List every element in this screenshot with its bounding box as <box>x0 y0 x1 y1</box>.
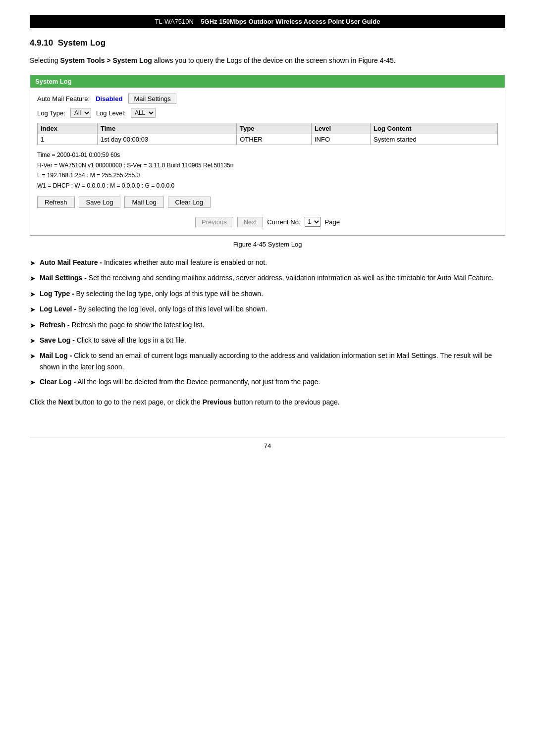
col-index: Index <box>38 123 98 134</box>
save-log-button[interactable]: Save Log <box>79 197 121 208</box>
term-mail-log: Mail Log - <box>40 352 72 359</box>
list-item-log-type: ➤ Log Type - By selecting the log type, … <box>30 288 505 300</box>
current-no-label: Current No. <box>267 218 300 226</box>
log-type-level-row: Log Type: All Log Level: ALL <box>37 108 498 118</box>
list-item-text: Log Type - By selecting the log type, on… <box>40 288 263 299</box>
page-number: 74 <box>264 442 271 450</box>
list-item-auto-mail: ➤ Auto Mail Feature - Indicates whether … <box>30 257 505 268</box>
cell-index: 1 <box>38 134 98 145</box>
term-save-log: Save Log - <box>40 336 75 344</box>
term-mail-settings: Mail Settings - <box>40 274 87 282</box>
bullet-arrow-icon: ➤ <box>30 335 36 346</box>
log-action-buttons: Refresh Save Log Mail Log Clear Log <box>37 197 498 208</box>
log-type-select[interactable]: All <box>70 108 91 118</box>
list-item-save-log: ➤ Save Log - Click to save all the logs … <box>30 335 505 346</box>
model-name: TL-WA7510N <box>155 18 194 25</box>
col-level: Level <box>311 123 370 134</box>
list-item-text: Log Level - By selecting the log level, … <box>40 303 268 314</box>
page-footer: 74 <box>30 438 505 450</box>
mail-log-button[interactable]: Mail Log <box>124 197 163 208</box>
log-info-line-4: W1 = DHCP : W = 0.0.0.0 : M = 0.0.0.0 : … <box>37 181 498 191</box>
cell-time: 1st day 00:00:03 <box>98 134 237 145</box>
log-type-label: Log Type: <box>37 109 65 117</box>
clear-log-button[interactable]: Clear Log <box>168 197 211 208</box>
bullet-arrow-icon: ➤ <box>30 273 36 284</box>
term-refresh: Refresh - <box>40 321 70 329</box>
auto-mail-value: Disabled <box>96 95 122 102</box>
log-info-line-3: L = 192.168.1.254 : M = 255.255.255.0 <box>37 170 498 180</box>
cell-type: OTHER <box>237 134 312 145</box>
system-log-panel: System Log Auto Mail Feature: Disabled M… <box>30 75 505 236</box>
bullet-arrow-icon: ➤ <box>30 304 36 315</box>
system-log-panel-title: System Log <box>30 75 505 88</box>
list-item-text: Save Log - Click to save all the logs in… <box>40 335 186 346</box>
list-item-refresh: ➤ Refresh - Refresh the page to show the… <box>30 319 505 331</box>
list-item-text: Mail Log - Click to send an email of cur… <box>40 350 505 372</box>
page-label: Page <box>325 218 340 226</box>
cell-level: INFO <box>311 134 370 145</box>
col-type: Type <box>237 123 312 134</box>
pagination-row: Previous Next Current No. 1 Page <box>37 214 498 229</box>
bullet-arrow-icon: ➤ <box>30 377 36 388</box>
previous-button[interactable]: Previous <box>195 217 233 227</box>
col-time: Time <box>98 123 237 134</box>
header-bar: TL-WA7510N 5GHz 150Mbps Outdoor Wireless… <box>30 15 505 28</box>
cell-content: System started <box>371 134 498 145</box>
bullet-arrow-icon: ➤ <box>30 289 36 300</box>
list-item-text: Refresh - Refresh the page to show the l… <box>40 319 204 330</box>
log-level-label: Log Level: <box>96 109 126 117</box>
current-no-select[interactable]: 1 <box>305 217 321 227</box>
list-item-log-level: ➤ Log Level - By selecting the log level… <box>30 303 505 315</box>
footer-paragraph: Click the Next button to go to the next … <box>30 397 505 407</box>
doc-title: 5GHz 150Mbps Outdoor Wireless Access Poi… <box>201 18 380 25</box>
auto-mail-label: Auto Mail Feature: <box>37 95 90 102</box>
bullet-arrow-icon: ➤ <box>30 257 36 268</box>
table-row: 1 1st day 00:00:03 OTHER INFO System sta… <box>38 134 498 145</box>
feature-list: ➤ Auto Mail Feature - Indicates whether … <box>30 257 505 388</box>
term-clear-log: Clear Log - <box>40 378 76 386</box>
next-button[interactable]: Next <box>237 217 264 227</box>
auto-mail-row: Auto Mail Feature: Disabled Mail Setting… <box>37 94 498 104</box>
list-item-text: Mail Settings - Set the receiving and se… <box>40 272 494 283</box>
refresh-button[interactable]: Refresh <box>37 197 75 208</box>
term-log-level: Log Level - <box>40 305 76 313</box>
bullet-arrow-icon: ➤ <box>30 320 36 331</box>
list-item-clear-log: ➤ Clear Log - All the logs will be delet… <box>30 376 505 388</box>
col-content: Log Content <box>371 123 498 134</box>
mail-settings-button[interactable]: Mail Settings <box>128 94 176 104</box>
log-info-line-1: Time = 2000-01-01 0:00:59 60s <box>37 150 498 160</box>
list-item-text: Clear Log - All the logs will be deleted… <box>40 376 320 387</box>
list-item-mail-settings: ➤ Mail Settings - Set the receiving and … <box>30 272 505 284</box>
term-auto-mail: Auto Mail Feature - <box>40 258 102 266</box>
intro-paragraph: Selecting System Tools > System Log allo… <box>30 55 505 66</box>
log-info-line-2: H-Ver = WA7510N v1 00000000 : S-Ver = 3.… <box>37 160 498 170</box>
log-table: Index Time Type Level Log Content 1 1st … <box>37 123 498 145</box>
list-item-mail-log: ➤ Mail Log - Click to send an email of c… <box>30 350 505 372</box>
term-log-type: Log Type - <box>40 290 74 298</box>
bullet-arrow-icon: ➤ <box>30 351 36 361</box>
log-level-select[interactable]: ALL <box>131 108 156 118</box>
figure-caption: Figure 4-45 System Log <box>30 241 505 248</box>
section-title: 4.9.10 System Log <box>30 38 505 48</box>
log-info-area: Time = 2000-01-01 0:00:59 60s H-Ver = WA… <box>37 150 498 191</box>
list-item-text: Auto Mail Feature - Indicates whether au… <box>40 257 267 268</box>
